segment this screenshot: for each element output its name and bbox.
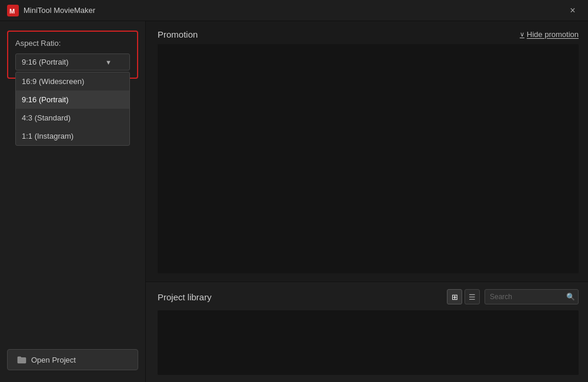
project-library-header: Project library ⊞ ☰ 🔍 (158, 289, 579, 304)
option-16-9[interactable]: 16:9 (Widescreen) (16, 72, 129, 91)
chevron-down-icon: ▼ (105, 59, 112, 66)
folder-icon (17, 355, 26, 364)
promotion-section: Promotion ∨ Hide promotion (146, 21, 588, 282)
aspect-ratio-dropdown[interactable]: 9:16 (Portrait) ▼ (15, 53, 130, 71)
close-icon: × (570, 5, 575, 16)
project-library-section: Project library ⊞ ☰ 🔍 (146, 282, 588, 382)
titlebar: M MiniTool MovieMaker × (0, 0, 588, 21)
app-logo: M (7, 5, 19, 16)
promotion-title: Promotion (158, 29, 198, 39)
hide-promotion-label: Hide promotion (527, 30, 579, 39)
project-library-title: Project library (158, 292, 447, 302)
aspect-selected-value: 9:16 (Portrait) (22, 58, 68, 66)
search-box: 🔍 (485, 289, 579, 304)
aspect-ratio-label: Aspect Ratio: (15, 39, 130, 48)
aspect-dropdown-menu: 16:9 (Widescreen) 9:16 (Portrait) 4:3 (S… (15, 72, 130, 146)
list-icon: ☰ (469, 293, 476, 301)
search-icon: 🔍 (566, 293, 575, 301)
promotion-header: Promotion ∨ Hide promotion (158, 29, 579, 39)
main-layout: Aspect Ratio: 9:16 (Portrait) ▼ 16:9 (Wi… (0, 21, 588, 382)
aspect-dropdown-wrapper: 9:16 (Portrait) ▼ 16:9 (Widescreen) 9:16… (15, 53, 130, 71)
right-panel: Promotion ∨ Hide promotion Project libra… (146, 21, 588, 382)
promotion-content-area (158, 44, 579, 273)
close-button[interactable]: × (564, 2, 581, 19)
view-controls: ⊞ ☰ (447, 289, 480, 304)
app-title: MiniTool MovieMaker (24, 6, 564, 15)
project-library-content-area (158, 310, 579, 375)
grid-view-button[interactable]: ⊞ (447, 289, 462, 304)
aspect-ratio-box: Aspect Ratio: 9:16 (Portrait) ▼ 16:9 (Wi… (7, 31, 138, 79)
sidebar: Aspect Ratio: 9:16 (Portrait) ▼ 16:9 (Wi… (0, 21, 146, 382)
search-input[interactable] (490, 293, 566, 301)
option-1-1[interactable]: 1:1 (Instagram) (16, 127, 129, 145)
hide-promotion-button[interactable]: ∨ Hide promotion (520, 30, 579, 39)
option-4-3[interactable]: 4:3 (Standard) (16, 109, 129, 127)
open-project-button[interactable]: Open Project (7, 349, 138, 370)
grid-icon: ⊞ (452, 293, 458, 301)
list-view-button[interactable]: ☰ (465, 289, 480, 304)
option-9-16[interactable]: 9:16 (Portrait) (16, 91, 129, 109)
open-project-label: Open Project (31, 356, 76, 364)
svg-text:M: M (9, 8, 15, 15)
chevron-down-icon: ∨ (520, 31, 524, 38)
